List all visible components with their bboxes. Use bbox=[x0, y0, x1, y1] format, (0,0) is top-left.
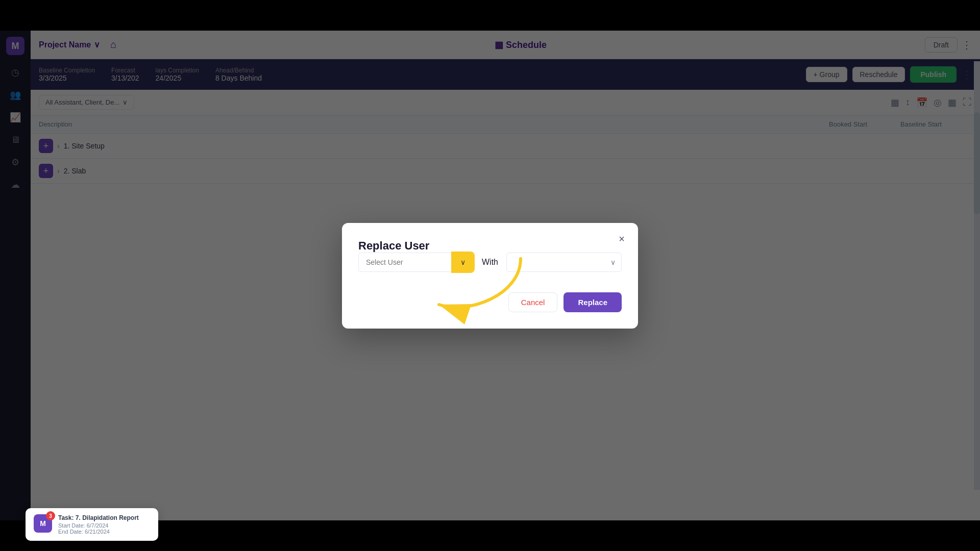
notification-task: Task: 7. Dilapidation Report bbox=[58, 514, 139, 521]
with-user-input[interactable] bbox=[506, 253, 622, 272]
modal-title: Replace User bbox=[358, 239, 429, 252]
replace-user-modal: Replace User × ∨ With ∨ bbox=[342, 223, 638, 329]
dropdown-chevron-icon: ∨ bbox=[460, 258, 465, 266]
select-user-dropdown-button[interactable]: ∨ bbox=[452, 253, 474, 272]
modal-form-row: ∨ With ∨ bbox=[358, 253, 622, 272]
modal-footer: Cancel Replace bbox=[358, 292, 622, 312]
with-label: With bbox=[482, 258, 498, 267]
notification-badge: 3 bbox=[46, 511, 55, 520]
notification-end-date: End Date: 6/21/2024 bbox=[58, 529, 139, 535]
cancel-button[interactable]: Cancel bbox=[508, 292, 558, 312]
notification-popup: M 3 Task: 7. Dilapidation Report Start D… bbox=[26, 508, 158, 541]
notification-start-date: Start Date: 6/7/2024 bbox=[58, 522, 139, 529]
replace-button[interactable]: Replace bbox=[564, 292, 622, 312]
select-user-wrapper: ∨ bbox=[358, 253, 474, 272]
notification-logo[interactable]: M 3 bbox=[34, 514, 52, 533]
notification-text: Task: 7. Dilapidation Report Start Date:… bbox=[58, 514, 139, 535]
modal-overlay: Replace User × ∨ With ∨ bbox=[0, 31, 980, 520]
modal-close-button[interactable]: × bbox=[614, 231, 630, 247]
with-select-wrapper: ∨ bbox=[506, 253, 622, 272]
